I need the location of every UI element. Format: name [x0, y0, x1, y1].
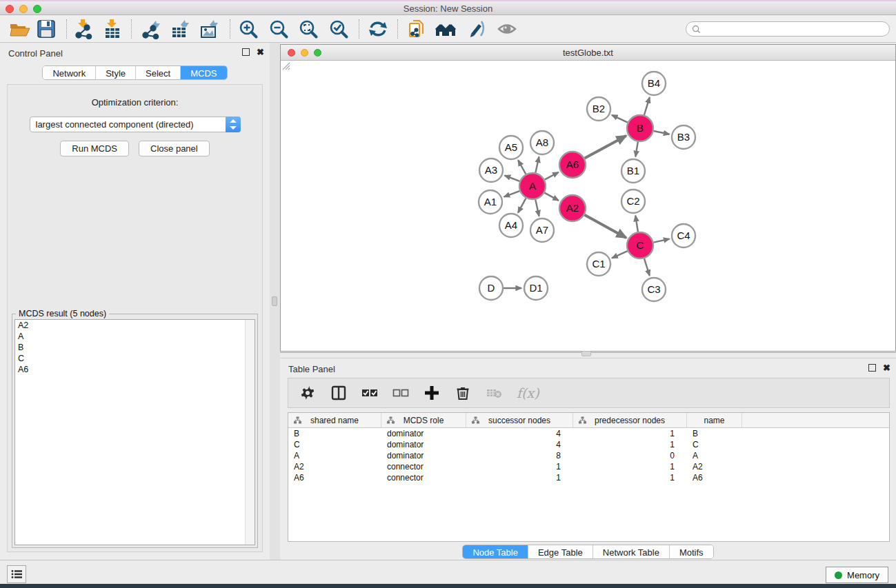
table-cell[interactable]: connector [381, 472, 466, 483]
graph-edge[interactable] [535, 200, 539, 216]
deselect-all-button[interactable] [392, 385, 409, 401]
column-header-shared-name[interactable]: shared name [288, 413, 381, 427]
memory-button[interactable]: Memory [826, 567, 888, 583]
result-item[interactable]: A2 [15, 320, 255, 331]
network-canvas[interactable]: B4B2BB3A8A5A6A3B1AA1C2A2A4A7C4CC1C3DD1 [281, 61, 895, 351]
graph-edge[interactable] [504, 191, 520, 197]
tab-network[interactable]: Network [43, 66, 95, 79]
graph-edge[interactable] [654, 131, 670, 134]
network-window-titlebar[interactable]: testGlobe.txt [281, 45, 895, 61]
table-cell[interactable]: 1 [573, 472, 687, 483]
apply-function-button[interactable]: f(x) [517, 385, 539, 401]
resize-grip-icon[interactable] [281, 61, 290, 70]
graph-edge[interactable] [518, 199, 526, 213]
table-cell[interactable]: C [288, 439, 381, 450]
refresh-view-button[interactable] [366, 19, 390, 39]
table-body[interactable]: Bdominator41BCdominator41CAdominator80AA… [288, 428, 889, 483]
table-cell[interactable]: A [687, 450, 742, 461]
table-cell[interactable]: dominator [381, 428, 466, 439]
import-network-button[interactable] [72, 19, 95, 39]
run-mcds-button[interactable]: Run MCDS [60, 141, 129, 156]
search-box[interactable] [686, 21, 890, 37]
graph-edge[interactable] [585, 215, 626, 238]
table-cell[interactable]: A6 [288, 472, 381, 483]
tab-network-table[interactable]: Network Table [593, 545, 669, 558]
splitter-handle[interactable] [272, 296, 277, 306]
table-cell[interactable]: dominator [381, 439, 466, 450]
table-cell[interactable]: A6 [687, 472, 742, 483]
result-item[interactable]: A [15, 331, 255, 342]
graph-edge[interactable] [535, 156, 539, 172]
graph-edge[interactable] [635, 216, 638, 232]
tab-mcds[interactable]: MCDS [180, 66, 226, 79]
graph-edge[interactable] [612, 251, 628, 258]
zoom-selected-button[interactable] [328, 19, 351, 39]
graph-edge[interactable] [654, 239, 670, 243]
table-settings-button[interactable] [299, 385, 316, 401]
table-cell[interactable]: 8 [466, 450, 573, 461]
panel-splitter[interactable] [270, 43, 280, 560]
table-cell[interactable]: 1 [573, 428, 687, 439]
tab-motifs[interactable]: Motifs [669, 545, 713, 558]
graph-edge[interactable] [644, 97, 650, 115]
search-input[interactable] [704, 24, 876, 34]
table-cell[interactable]: 4 [466, 428, 573, 439]
column-header-predecessor-nodes[interactable]: predecessor nodes [573, 413, 687, 427]
table-splitter[interactable] [280, 352, 896, 358]
tab-select[interactable]: Select [135, 66, 180, 79]
result-scrollbar[interactable] [245, 320, 255, 545]
column-header-successor-nodes[interactable]: successor nodes [466, 413, 573, 427]
zoom-out-button[interactable] [268, 19, 291, 39]
table-cell[interactable]: connector [381, 461, 466, 472]
table-cell[interactable]: dominator [381, 450, 466, 461]
table-row[interactable]: A2connector11A2 [288, 461, 889, 472]
table-cell[interactable]: A [288, 450, 381, 461]
graph-edge[interactable] [612, 115, 628, 123]
network-graph[interactable]: B4B2BB3A8A5A6A3B1AA1C2A2A4A7C4CC1C3DD1 [281, 61, 895, 351]
graph-edge[interactable] [635, 142, 637, 157]
table-cell[interactable]: 0 [573, 450, 687, 461]
result-item[interactable]: C [15, 353, 255, 364]
result-item[interactable]: A6 [15, 364, 255, 375]
add-column-button[interactable] [424, 385, 440, 401]
graph-edge[interactable] [644, 258, 650, 276]
table-row[interactable]: Bdominator41B [288, 428, 889, 439]
table-cell[interactable]: B [687, 428, 742, 439]
table-cell[interactable]: 4 [466, 439, 573, 450]
save-session-button[interactable] [34, 19, 58, 39]
table-cell[interactable]: C [687, 439, 742, 450]
table-cell[interactable]: 1 [466, 461, 573, 472]
table-cell[interactable]: A2 [687, 461, 742, 472]
criterion-dropdown[interactable]: largest connected component (directed) [30, 116, 241, 132]
graph-edge[interactable] [545, 172, 559, 180]
graph-edge[interactable] [585, 136, 626, 159]
home-button[interactable] [435, 19, 458, 39]
table-cell[interactable]: 1 [466, 472, 573, 483]
table-cell[interactable]: B [288, 428, 381, 439]
graph-edge[interactable] [505, 176, 520, 181]
float-panel-icon[interactable] [242, 48, 250, 56]
zoom-fit-button[interactable] [297, 19, 321, 39]
select-all-button[interactable] [361, 385, 378, 401]
tab-edge-table[interactable]: Edge Table [528, 545, 593, 558]
table-cell[interactable]: A2 [288, 461, 381, 472]
select-columns-button[interactable] [330, 385, 347, 401]
delete-table-button[interactable] [486, 385, 502, 401]
table-splitter-handle[interactable] [581, 351, 591, 356]
close-panel-icon[interactable]: ✖ [257, 48, 264, 56]
column-header-mcds-role[interactable]: MCDS role [381, 413, 466, 427]
column-header-name[interactable]: name [687, 413, 742, 427]
delete-column-button[interactable] [455, 385, 471, 401]
import-table-button[interactable] [101, 19, 124, 39]
export-table-button[interactable] [168, 19, 192, 39]
table-row[interactable]: Adominator80A [288, 450, 889, 461]
zoom-in-button[interactable] [237, 19, 261, 39]
table-row[interactable]: A6connector11A6 [288, 472, 889, 483]
float-table-panel-icon[interactable] [868, 364, 876, 372]
table-cell[interactable]: 1 [573, 461, 687, 472]
graph-edge[interactable] [545, 193, 559, 201]
close-panel-button[interactable]: Close panel [139, 141, 210, 156]
mcds-result-list[interactable]: A2ABCA6 [14, 319, 255, 545]
table-cell[interactable]: 1 [573, 439, 687, 450]
show-graphics-details-button[interactable] [495, 19, 519, 39]
